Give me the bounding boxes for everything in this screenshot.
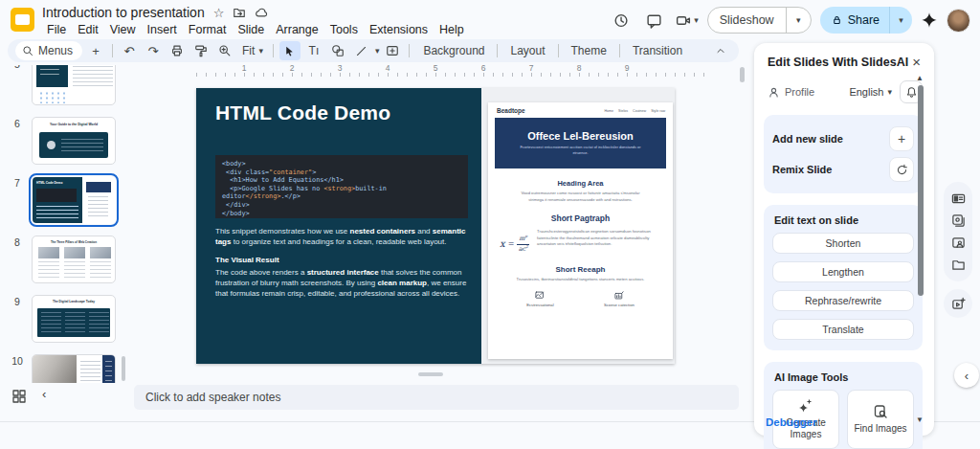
insert-image-icon[interactable] [382,41,403,60]
share-dropdown-caret[interactable]: ▾ [889,7,912,34]
menu-tools[interactable]: Tools [325,23,363,36]
mockup-feature-label: Ecstressational [526,303,553,307]
photo-stack-icon[interactable] [951,213,966,228]
select-tool-icon[interactable] [279,41,301,60]
star-icon[interactable]: ☆ [213,6,225,20]
ruler-number: 5 [434,63,438,73]
side-panel-collapse-button[interactable]: ‹ [954,363,979,388]
language-dropdown[interactable]: English ▾ [849,86,892,98]
profile-button[interactable]: Profile [768,86,841,99]
slide-thumbnail-6[interactable]: Your Guide to the Digital World [32,117,116,165]
menu-help[interactable]: Help [434,23,469,36]
shorten-button[interactable]: Shorten [772,233,914,254]
media-add-icon[interactable] [951,297,966,311]
panel-scroll-up-icon[interactable]: ▲ [916,74,924,82]
slide-thumbnail-9[interactable]: The Digital Landscape Today [32,295,116,343]
line-tool-icon[interactable] [351,41,372,60]
remix-slide-button[interactable] [889,157,914,182]
gemini-sparkle-icon[interactable] [921,11,938,29]
mockup-short-pagtraph-title: Short Pagtraph [488,213,673,223]
menu-edit[interactable]: Edit [73,23,103,36]
print-icon[interactable] [167,41,188,60]
canvas-scrollbar[interactable] [740,67,745,82]
toolbar-background-button[interactable]: Background [415,41,492,60]
person-icon [768,86,780,99]
notes-resize-handle[interactable] [418,372,443,376]
add-new-slide-label: Add new slide [772,133,843,145]
add-slide-button[interactable]: + [889,126,914,151]
redo-icon[interactable]: ↷ [143,41,164,60]
menu-file[interactable]: File [42,23,71,36]
titlebar: Introduction to presentation ☆ FileEditV… [0,0,980,38]
slides-app-icon[interactable] [11,8,34,32]
menu-format[interactable]: Format [184,23,232,36]
share-button[interactable]: Share ▾ [820,7,912,34]
close-icon[interactable]: × [912,55,921,69]
search-menus-button[interactable]: Menus [15,41,82,60]
slide-number: 7 [8,176,27,189]
lengthen-button[interactable]: Lengthen [772,261,914,282]
slideshow-dropdown-caret[interactable]: ▾ [786,8,811,33]
filmstrip: 56Your Guide to the Digital World7HTML C… [6,65,124,383]
slide-thumbnail-10[interactable] [32,354,116,383]
image-person-icon[interactable] [951,236,966,250]
menu-insert[interactable]: Insert [143,23,182,36]
slide-thumbnail-5[interactable] [32,65,116,105]
filmstrip-scrollbar[interactable] [122,356,125,381]
line-dropdown-caret[interactable]: ▾ [375,46,380,56]
find-images-button[interactable]: Find Images [847,390,914,449]
toolbar-layout-button[interactable]: Layout [502,41,552,60]
translate-button[interactable]: Translate [772,319,914,340]
slide-row-10: 10 [8,354,116,383]
slide-subheading[interactable]: The Visual Result [215,256,279,264]
mockup-brand: Beadtope [497,107,525,114]
folder-icon[interactable] [951,258,966,272]
paint-format-icon[interactable] [190,41,212,60]
toolbar-separator [497,44,498,57]
rephrase-rewrite-button[interactable]: Rephrase/rewrite [772,290,914,311]
debugger-link[interactable]: Debugger [766,416,817,428]
ruler-number: 3 [338,63,343,73]
slide-row-5: 5 [8,65,116,105]
doc-title[interactable]: Introduction to presentation [42,5,205,20]
slide-title[interactable]: HTML Code Demo [215,101,390,124]
meet-camera-icon[interactable]: ▾ [675,12,699,29]
undo-icon[interactable]: ↶ [119,41,140,60]
toolbar-theme-button[interactable]: Theme [564,41,614,60]
avatar[interactable] [947,9,970,33]
webpage-mockup-image[interactable]: Beadtope Home Stelos Coutnew Style raw O… [488,102,673,359]
camera-dropdown-caret[interactable]: ▾ [694,15,699,25]
slide-paragraph-2[interactable]: The code above renders a structured inte… [215,267,474,299]
toolbar-transition-button[interactable]: Transition [625,41,690,60]
menu-view[interactable]: View [105,23,141,36]
menu-extensions[interactable]: Extensions [365,23,433,36]
slide-canvas[interactable]: HTML Code Demo <body> <div class="contai… [196,88,675,364]
version-history-icon[interactable] [608,8,633,33]
panel-scroll-down-icon[interactable]: ▼ [916,415,924,424]
ruler: 123456789 [134,63,746,78]
zoom-icon[interactable] [214,41,235,60]
ruler-number: 1 [242,63,247,73]
comments-icon[interactable] [641,8,666,33]
new-slide-button[interactable]: + [85,41,106,60]
menu-slide[interactable]: Slide [233,23,269,36]
slideshow-button[interactable]: Slideshow ▾ [707,7,812,34]
mockup-header: Beadtope Home Stelos Coutnew Style raw [488,102,673,118]
code-block[interactable]: <body> <div class="container"> <h1>How t… [215,155,468,218]
filmstrip-collapse-icon[interactable]: ‹ [42,387,46,401]
menu-arrange[interactable]: Arrange [271,23,323,36]
grid-view-icon[interactable] [11,389,27,404]
slideshow-label: Slideshow [708,8,786,33]
shapes-icon[interactable] [327,41,348,60]
speaker-notes-input[interactable]: Click to add speaker notes [134,385,739,410]
slide-thumbnail-7[interactable]: HTML Code Demo [32,176,116,224]
cloud-status-icon[interactable] [255,6,269,19]
id-card-icon[interactable] [951,191,966,206]
zoom-select[interactable]: Fit ▾ [238,44,267,57]
toolbar-collapse-icon[interactable] [710,41,731,60]
move-folder-icon[interactable] [233,6,246,19]
text-box-icon[interactable]: Tı [303,41,324,60]
slide-paragraph-1[interactable]: This snippet demonstrates how we use nes… [215,226,474,247]
slide-thumbnail-8[interactable]: The Three Pillars of Web Creation [32,236,116,283]
panel-scrollbar[interactable] [918,85,924,296]
